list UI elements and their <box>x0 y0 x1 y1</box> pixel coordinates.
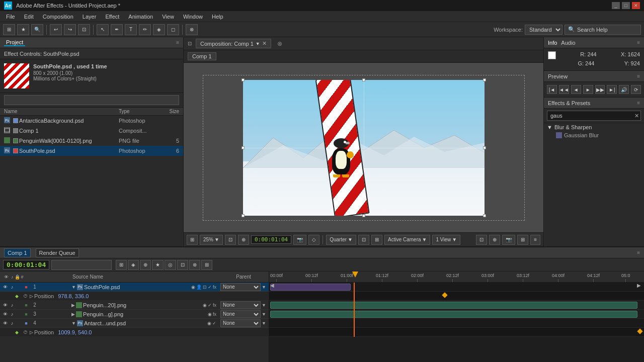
layer-solo-4[interactable]: ◉ <box>207 321 211 326</box>
menu-edit[interactable]: Edit <box>20 13 38 21</box>
menu-help[interactable]: Help <box>208 13 227 21</box>
effects-search-clear[interactable]: ✕ <box>634 113 639 119</box>
layer-expand-2[interactable]: ▶ <box>71 303 75 308</box>
menu-layer[interactable]: Layer <box>78 13 101 21</box>
vp-menu[interactable]: ≡ <box>530 235 540 245</box>
preview-prev-frame[interactable]: ◄◄ <box>559 85 569 94</box>
toolbar-pen[interactable]: ✒ <box>111 24 123 35</box>
tl-tab-render[interactable]: Render Queue <box>36 248 79 257</box>
vp-grid-btn[interactable]: ⊞ <box>187 235 198 245</box>
keyframe-icon-1[interactable]: ◆ <box>15 294 21 299</box>
tl-tab-comp1[interactable]: Comp 1 <box>4 248 31 257</box>
layer-lock-3[interactable] <box>16 311 22 317</box>
close-button[interactable]: ✕ <box>632 2 640 9</box>
vp-toggle-1[interactable]: ⊡ <box>358 235 369 245</box>
vp-transparency[interactable]: ◇ <box>308 235 319 245</box>
layer-parent-select-3[interactable]: None <box>220 310 261 318</box>
layer-lock-2[interactable] <box>16 302 22 308</box>
vp-pixel[interactable]: ⊕ <box>238 235 249 245</box>
comp-tab-close[interactable]: ✕ <box>262 40 267 47</box>
vp-snapshot[interactable]: 📷 <box>502 235 515 245</box>
preview-play-back[interactable]: ◄ <box>571 85 581 94</box>
panel-menu-icon[interactable]: ≡ <box>176 40 179 45</box>
toolbar-eraser[interactable]: ◻ <box>167 24 179 35</box>
layer-parent-select-4[interactable]: None <box>220 319 261 327</box>
layer-expand-4[interactable]: ▼ <box>71 321 76 326</box>
preview-loop[interactable]: ⟳ <box>631 85 641 94</box>
layer-solo-2[interactable]: ◉ <box>203 303 207 308</box>
layer-effect-3[interactable]: fx <box>213 312 216 317</box>
toolbar-btn-6[interactable]: ⊡ <box>78 24 90 35</box>
effects-search-input[interactable] <box>547 111 641 121</box>
tl-tool-6[interactable]: ⊡ <box>177 260 188 270</box>
sub-stopwatch-1[interactable]: ⏱ <box>23 294 28 299</box>
layer-audio-3[interactable]: ♪ <box>9 311 15 317</box>
tl-tool-7[interactable]: ⊗ <box>189 260 200 270</box>
toolbar-clone[interactable]: ◈ <box>153 24 165 35</box>
toolbar-btn-1[interactable]: ⊞ <box>3 24 15 35</box>
vp-quality[interactable]: Quarter ▼ <box>326 235 356 245</box>
toolbar-btn-3[interactable]: 🔍 <box>31 24 43 35</box>
toolbar-btn-2[interactable]: ★ <box>17 24 29 35</box>
project-item-southpole[interactable]: Ps SouthPole.psd Photoshop 6 <box>0 146 183 156</box>
project-search-input[interactable] <box>4 95 179 105</box>
layer-quality-1[interactable]: ✓ <box>208 285 212 290</box>
sub-expand-4[interactable]: ▷ <box>30 330 33 335</box>
vp-view[interactable]: 1 View ▼ <box>432 235 460 245</box>
layer-vis-1[interactable]: 👁 <box>2 284 8 290</box>
comp-tab-1[interactable]: Composition: Comp 1 ▼ ✕ <box>196 39 271 48</box>
search-help-input[interactable] <box>577 27 637 33</box>
layer-vis-3[interactable]: 👁 <box>2 311 8 317</box>
project-item-penguin[interactable]: PenguinWalk[0001-0120].png PNG file 5 <box>0 136 183 146</box>
menu-view[interactable]: View <box>158 13 178 21</box>
vp-3d[interactable]: ⊕ <box>489 235 500 245</box>
layer-parent-select-2[interactable]: None <box>220 301 261 309</box>
menu-file[interactable]: File <box>2 13 19 21</box>
keyframe-1[interactable] <box>442 292 447 298</box>
tl-panel-menu[interactable]: ≡ <box>637 250 640 255</box>
layer-effect-1[interactable]: fx <box>213 285 216 290</box>
layer-quality-2[interactable]: ✓ <box>208 303 212 308</box>
toolbar-roto[interactable]: ⊗ <box>186 24 198 35</box>
layer-lock-4[interactable] <box>16 320 22 326</box>
layer-parent-select-1[interactable]: None <box>220 283 261 291</box>
menu-effect[interactable]: Effect <box>101 13 123 21</box>
vp-zoom[interactable]: 25% ▼ <box>200 235 223 245</box>
tl-tool-5[interactable]: ◎ <box>165 260 176 270</box>
layer-audio-1[interactable]: ♪ <box>9 284 15 290</box>
layer-solo-1[interactable]: ◉ <box>191 285 195 290</box>
layer-quality-4[interactable]: ✓ <box>212 321 216 326</box>
layer-effect-2[interactable]: fx <box>213 303 216 308</box>
preview-audio[interactable]: 🔊 <box>619 85 629 94</box>
timeline-timecode[interactable]: 0:00:01:04 <box>3 260 49 269</box>
timeline-search[interactable] <box>51 260 112 270</box>
vp-render[interactable]: ⊡ <box>476 235 487 245</box>
tl-tool-1[interactable]: ⊞ <box>116 260 127 270</box>
layer-vis-2[interactable]: 👁 <box>2 302 8 308</box>
scroll-arrow-left[interactable]: ◀ <box>270 283 276 289</box>
effects-panel-menu[interactable]: ≡ <box>637 100 640 106</box>
layer-solo-3[interactable]: ◉ <box>208 312 212 317</box>
maximize-button[interactable]: □ <box>622 2 630 9</box>
vp-fit[interactable]: ⊡ <box>225 235 236 245</box>
layer-row-1[interactable]: 👁 ♪ ■ 1 ▼ Ps SouthPole.psd ◉ 👤 ⊡ <box>0 283 269 292</box>
layer-row-2[interactable]: 👁 ♪ ■ 2 ▶ Penguin...20].png ◉ ✓ f <box>0 301 269 310</box>
vp-camera-btn[interactable]: Active Camera ▼ <box>384 235 430 245</box>
toolbar-btn-5[interactable]: ↪ <box>64 24 76 35</box>
preview-last[interactable]: ►| <box>607 85 617 94</box>
layer-audio-4[interactable]: ♪ <box>9 320 15 326</box>
vp-toggle-2[interactable]: ⊞ <box>371 235 382 245</box>
workspace-select[interactable]: Standard <box>525 25 562 35</box>
keyframe-icon-4[interactable]: ◆ <box>15 330 21 335</box>
menu-window[interactable]: Window <box>179 13 207 21</box>
preview-first[interactable]: |◄ <box>547 85 557 94</box>
toolbar-brush[interactable]: ✏ <box>139 24 151 35</box>
minimize-button[interactable]: _ <box>612 2 620 9</box>
effect-gaussian-blur[interactable]: Gaussian Blur <box>544 131 644 139</box>
tl-tool-4[interactable]: ★ <box>152 260 164 270</box>
project-item-comp1[interactable]: Comp 1 Composit... <box>0 126 183 136</box>
preview-panel-menu[interactable]: ≡ <box>637 73 640 79</box>
layer-expand-1[interactable]: ▼ <box>71 285 76 290</box>
tab-info[interactable]: Info <box>548 40 557 46</box>
info-panel-menu[interactable]: ≡ <box>637 40 640 45</box>
